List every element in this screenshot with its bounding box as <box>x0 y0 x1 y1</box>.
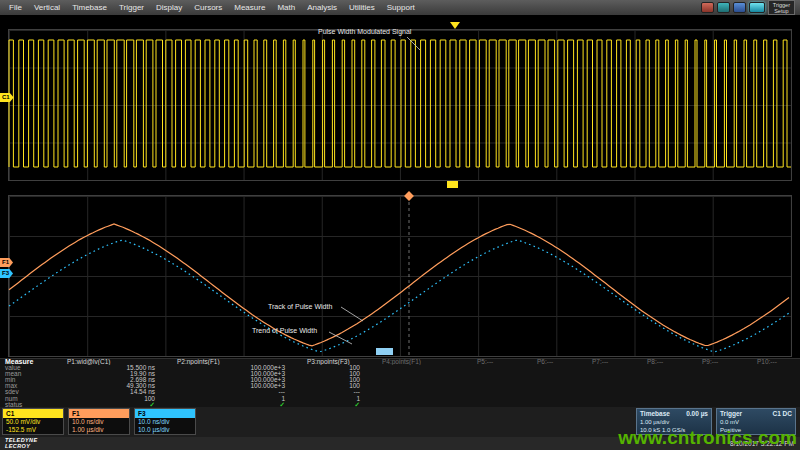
menu-display[interactable]: Display <box>150 0 188 15</box>
f3-hdiv: 10.0 µs/div <box>135 426 195 434</box>
f1-vdiv: 10.0 ns/div <box>69 418 129 426</box>
menu-math[interactable]: Math <box>271 0 301 15</box>
pwm-annotation-leader <box>407 37 420 50</box>
f3-trend-trace <box>9 240 789 351</box>
trend-annotation: Trend of Pulse Width <box>252 327 317 334</box>
f3-descriptor-box[interactable]: F3 10.0 ns/div 10.0 µs/div <box>134 408 196 435</box>
f1-track-trace <box>9 224 789 346</box>
waveform-screen: Pulse Width Modulated Signal Track of Pu… <box>0 15 800 358</box>
menu-trigger[interactable]: Trigger <box>113 0 150 15</box>
trigger-level: 0.0 mV <box>720 418 792 426</box>
c1-descriptor-box[interactable]: C1 50.0 mV/div -152.5 mV <box>2 408 64 435</box>
menu-analysis[interactable]: Analysis <box>301 0 343 15</box>
screen-icon[interactable] <box>733 2 746 13</box>
divider-marker-tag[interactable] <box>447 181 458 188</box>
trigger-setup-line2: Setup <box>773 8 790 14</box>
menu-cursors[interactable]: Cursors <box>188 0 228 15</box>
brand-line2: LECROY <box>5 444 38 450</box>
f1-hdiv: 1.00 µs/div <box>69 426 129 434</box>
trigger-source: C1 DC <box>772 410 792 418</box>
upper-wave-svg <box>9 30 791 180</box>
pwm-annotation: Pulse Width Modulated Signal <box>318 28 411 35</box>
upper-graticule <box>8 29 792 181</box>
measure-column-header[interactable]: P4:points(F1) <box>370 359 465 365</box>
track-annotation: Track of Pulse Width <box>268 303 332 310</box>
cursor-handle[interactable] <box>404 191 414 201</box>
clock-icon[interactable] <box>717 2 730 13</box>
menu-file[interactable]: File <box>3 0 28 15</box>
measure-column-header[interactable]: P5:--- <box>465 359 525 365</box>
measure-column-header[interactable]: P7:--- <box>580 359 635 365</box>
menu-measure[interactable]: Measure <box>228 0 271 15</box>
f3-vdiv: 10.0 ns/div <box>135 418 195 426</box>
cursor-readout-tag <box>376 348 393 355</box>
measure-column-header[interactable]: P6:--- <box>525 359 580 365</box>
c1-vdiv: 50.0 mV/div <box>3 418 63 426</box>
f1-descriptor-box[interactable]: F1 10.0 ns/div 1.00 µs/div <box>68 408 130 435</box>
trigger-title: Trigger <box>720 410 742 418</box>
measure-column-header[interactable]: P10:--- <box>745 359 795 365</box>
trigger-setup-button[interactable]: Trigger Setup <box>768 0 795 15</box>
measure-table: MeasureP1:wid@lv(C1)P2:npoints(F1)P3:npo… <box>0 358 800 408</box>
measure-column-header[interactable]: P9:--- <box>690 359 745 365</box>
c1-label: C1 <box>3 409 63 418</box>
menu-toolbar: Trigger Setup <box>701 0 797 15</box>
touch-icon[interactable] <box>749 2 765 13</box>
f1-label: F1 <box>69 409 129 418</box>
brand-logo: TELEDYNE LECROY <box>0 438 38 449</box>
timebase-scale: 1.00 µs/div <box>640 418 708 426</box>
oscilloscope-app: File Vertical Timebase Trigger Display C… <box>0 0 800 450</box>
menu-support[interactable]: Support <box>381 0 421 15</box>
c1-offset: -152.5 mV <box>3 426 63 434</box>
lower-wave-svg <box>9 196 791 356</box>
watermark-text: www.cntronics.com <box>618 427 797 449</box>
f3-label: F3 <box>135 409 195 418</box>
menu-timebase[interactable]: Timebase <box>66 0 113 15</box>
menu-utilities[interactable]: Utilities <box>343 0 381 15</box>
track-annotation-leader <box>341 307 363 321</box>
measure-column-header[interactable]: P8:--- <box>635 359 690 365</box>
c1-pwm-trace <box>9 40 791 167</box>
menu-vertical[interactable]: Vertical <box>28 0 66 15</box>
lower-graticule <box>8 195 792 357</box>
print-icon[interactable] <box>701 2 714 13</box>
trigger-position-marker[interactable] <box>450 22 460 29</box>
timebase-title: Timebase <box>640 410 670 418</box>
timebase-delay: 0.00 µs <box>686 410 708 418</box>
menu-bar: File Vertical Timebase Trigger Display C… <box>0 0 800 15</box>
